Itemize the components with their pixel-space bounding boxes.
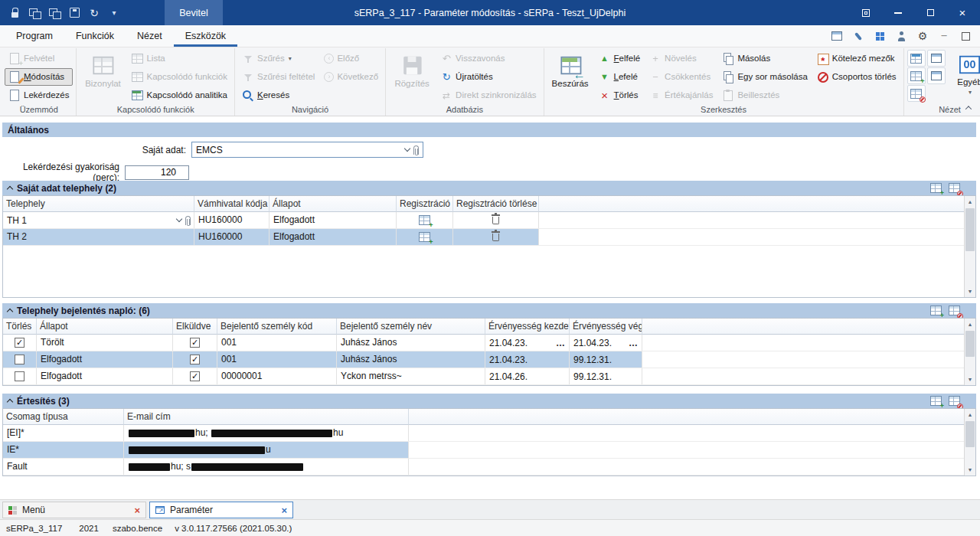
view-insert-column-button[interactable]: + xyxy=(907,67,926,84)
grid-insert-row-icon[interactable]: + xyxy=(929,395,942,407)
app-lock-button[interactable] xyxy=(6,2,23,24)
grid-delete-row-icon[interactable] xyxy=(948,182,960,194)
beillesztes-button[interactable]: Beillesztés xyxy=(718,87,811,104)
kapcsolodo-funkciok-button[interactable]: Kapcsolódó funkciók xyxy=(127,68,231,86)
kotelezo-mezok-button[interactable]: *Kötelező mezők xyxy=(813,50,900,67)
lista-button[interactable]: Lista xyxy=(127,50,231,67)
scrollbar-thumb[interactable] xyxy=(965,208,975,251)
torles-checkbox[interactable] xyxy=(15,355,24,364)
table-row[interactable]: ✓Törölt✓001Juhász János21.04.23.…21.04.2… xyxy=(3,335,964,351)
lefele-button[interactable]: ▼Lefelé xyxy=(595,68,645,86)
phone-support-button[interactable] xyxy=(851,29,865,43)
scroll-down-icon[interactable]: ▼ xyxy=(965,286,975,297)
beszuras-button[interactable]: ←Beszúrás xyxy=(547,50,593,102)
layout-panels-button[interactable] xyxy=(26,2,43,24)
grid-delete-row-icon[interactable] xyxy=(948,395,960,407)
egy-sor-masolasa-button[interactable]: Egy sor másolása xyxy=(718,68,811,86)
close-tab-icon[interactable]: × xyxy=(281,505,287,516)
masolas-button[interactable]: Másolás xyxy=(718,50,811,67)
column-header-regisztracio-torlese[interactable]: Regisztráció törlése xyxy=(453,196,539,212)
szuresi-feltetel-button[interactable]: Szűrési feltétel xyxy=(238,68,318,86)
ertekajanlas-button[interactable]: ≡Értékajánlás xyxy=(645,87,717,104)
scrollbar-thumb[interactable] xyxy=(965,331,975,357)
rogzites-button[interactable]: Rögzítés xyxy=(389,50,435,102)
minimize-button[interactable] xyxy=(882,0,914,25)
restore-panel-button[interactable] xyxy=(959,29,972,43)
bizonylat-button[interactable]: Bizonylat xyxy=(80,50,126,102)
date-picker-button[interactable]: … xyxy=(626,338,638,348)
table-row[interactable]: [EI]*hu; hu xyxy=(3,425,964,442)
felfele-button[interactable]: ▲Felfelé xyxy=(595,50,645,67)
settings-gear-button[interactable]: ⚙ xyxy=(916,29,929,43)
column-header-ervenyesseg-kezdete[interactable]: Érvényesség kezdete xyxy=(485,319,570,335)
table-row[interactable]: TH 2HU160000Elfogadott+ xyxy=(3,229,964,246)
lekerdezes-button[interactable]: Lekérdezés xyxy=(5,87,73,104)
column-header-regisztracio[interactable]: Regisztráció xyxy=(397,196,453,212)
csoportos-torles-button[interactable]: Csoportos törlés xyxy=(813,68,900,86)
column-header-allapot[interactable]: Állapot xyxy=(270,196,397,212)
elkuldve-checkbox[interactable]: ✓ xyxy=(190,371,200,381)
modositas-button[interactable]: Módosítás xyxy=(5,68,73,86)
kovetkezo-button[interactable]: ›Következő xyxy=(320,68,382,86)
table-row[interactable]: IE*u xyxy=(3,442,964,459)
visszavonas-button[interactable]: ↶Visszavonás xyxy=(436,50,540,67)
collapse-section-icon[interactable] xyxy=(7,399,13,405)
view-window-button[interactable] xyxy=(927,50,946,67)
elkuldve-checkbox[interactable]: ✓ xyxy=(190,355,200,364)
tab-parameter[interactable]: Paraméter × xyxy=(149,502,293,518)
table-row[interactable]: Elfogadott✓001Juhász János21.04.23.99.12… xyxy=(3,351,964,368)
scroll-up-icon[interactable]: ▲ xyxy=(965,196,975,208)
menu-funkciok[interactable]: Funkciók xyxy=(64,25,126,47)
egyeb-button[interactable]: 00Egyéb▾ xyxy=(947,50,980,102)
quick-access-dropdown-button[interactable]: ▾ xyxy=(106,2,122,24)
user-search-button[interactable] xyxy=(894,29,908,43)
register-icon[interactable]: + xyxy=(419,231,431,243)
column-header-elkuldve[interactable]: Elküldve xyxy=(173,319,217,335)
ribbon-tab-bevitel[interactable]: Bevitel xyxy=(165,0,223,25)
scroll-down-icon[interactable]: ▼ xyxy=(965,464,975,476)
column-header-e-mail-cim[interactable]: E-mail cím xyxy=(124,409,409,425)
chevron-down-icon[interactable] xyxy=(404,145,410,152)
chevron-down-icon[interactable] xyxy=(176,216,182,222)
elkuldve-checkbox[interactable]: ✓ xyxy=(190,338,200,348)
szures-button[interactable]: Szűrés▾ xyxy=(238,50,318,67)
table-row[interactable]: Faulthu; s xyxy=(3,459,964,476)
menu-nezet[interactable]: Nézet xyxy=(126,25,174,47)
torles-checkbox[interactable]: ✓ xyxy=(15,338,24,348)
grid-insert-row-icon[interactable]: + xyxy=(929,305,942,316)
scroll-up-icon[interactable]: ▲ xyxy=(965,319,975,330)
close-button[interactable]: × xyxy=(946,0,978,25)
register-icon[interactable]: + xyxy=(419,214,431,226)
minimize-panel-button[interactable]: ─ xyxy=(937,29,951,43)
collapse-ribbon-button[interactable] xyxy=(962,103,975,113)
vertical-scrollbar[interactable]: ▲▼ xyxy=(964,196,975,297)
column-header-bejelento-szemely-nev[interactable]: Bejelentő személy név xyxy=(337,319,485,335)
collapse-section-icon[interactable] xyxy=(7,309,13,315)
attachment-icon[interactable] xyxy=(413,145,419,155)
kapcsolodo-analitika-button[interactable]: Kapcsolódó analitika xyxy=(127,87,231,104)
attachment-icon[interactable] xyxy=(185,216,191,225)
vertical-scrollbar[interactable]: ▲▼ xyxy=(964,409,975,476)
torles-button[interactable]: ×Törlés xyxy=(595,87,645,104)
menu-eszkozok[interactable]: Eszközök xyxy=(174,25,238,47)
column-header-bejelento-szemely-kod[interactable]: Bejelentő személy kód xyxy=(217,319,337,335)
open-external-window-button[interactable] xyxy=(830,29,844,43)
close-tab-icon[interactable]: × xyxy=(134,505,140,516)
scroll-up-icon[interactable]: ▲ xyxy=(965,409,975,420)
column-header-torles[interactable]: Törlés xyxy=(3,319,37,335)
elozo-button[interactable]: ‹Előző xyxy=(320,50,382,67)
grid-delete-row-icon[interactable] xyxy=(948,305,960,316)
gyakorisag-input[interactable]: 120 xyxy=(125,165,189,180)
csokkentes-button[interactable]: −Csökkentés xyxy=(645,68,717,86)
torles-checkbox[interactable] xyxy=(15,371,24,381)
grid-insert-row-icon[interactable]: + xyxy=(929,182,942,194)
direkt-szinkronizalas-button[interactable]: ⇄Direkt szinkronizálás xyxy=(436,87,540,104)
sajat-adat-combo[interactable]: EMCS xyxy=(191,142,423,158)
collapse-section-icon[interactable] xyxy=(7,186,13,192)
apps-grid-button[interactable] xyxy=(873,29,887,43)
fullscreen-button[interactable] xyxy=(850,0,882,25)
view-remove-column-button[interactable] xyxy=(907,85,926,102)
scrollbar-thumb[interactable] xyxy=(965,421,975,447)
table-row[interactable]: Elfogadott✓00000001Yckon metrss~21.04.26… xyxy=(3,368,964,385)
kereses-button[interactable]: Keresés xyxy=(238,87,318,104)
